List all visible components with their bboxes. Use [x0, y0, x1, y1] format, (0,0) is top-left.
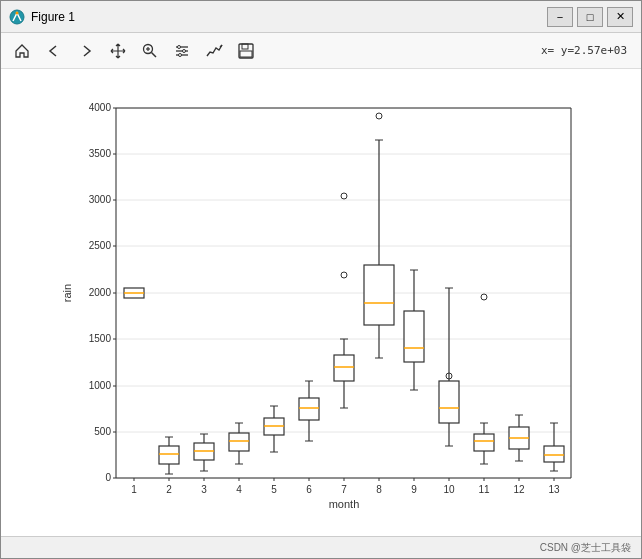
footer-bar: CSDN @芝士工具袋 [1, 536, 641, 558]
svg-line-3 [152, 52, 157, 57]
toolbar: x= y=2.57e+03 [1, 33, 641, 69]
svg-rect-113 [334, 355, 354, 381]
svg-text:7: 7 [341, 484, 347, 495]
title-bar: Figure 1 − □ ✕ [1, 1, 641, 33]
home-icon [13, 42, 31, 60]
svg-text:500: 500 [94, 426, 111, 437]
save-icon [237, 42, 255, 60]
home-button[interactable] [7, 37, 37, 65]
svg-rect-121 [364, 265, 394, 325]
plot-icon [205, 42, 223, 60]
minimize-button[interactable]: − [547, 7, 573, 27]
svg-text:0: 0 [105, 472, 111, 483]
svg-rect-154 [544, 446, 564, 462]
app-icon [9, 9, 25, 25]
svg-text:13: 13 [548, 484, 560, 495]
svg-rect-14 [242, 44, 248, 49]
forward-button[interactable] [71, 37, 101, 65]
plot-area: 0 500 1000 1500 2000 2500 3000 3500 4000… [1, 69, 641, 536]
svg-text:9: 9 [411, 484, 417, 495]
svg-text:6: 6 [306, 484, 312, 495]
svg-text:1000: 1000 [89, 380, 112, 391]
coordinates-display: x= y=2.57e+03 [541, 44, 635, 57]
svg-point-9 [178, 45, 181, 48]
svg-text:3500: 3500 [89, 148, 112, 159]
svg-rect-83 [159, 446, 179, 464]
svg-text:1: 1 [131, 484, 137, 495]
save-button[interactable] [231, 37, 261, 65]
svg-point-1 [16, 11, 19, 14]
svg-point-11 [179, 53, 182, 56]
svg-text:month: month [329, 498, 360, 510]
svg-rect-141 [474, 434, 494, 451]
svg-point-10 [183, 49, 186, 52]
title-bar-left: Figure 1 [9, 9, 75, 25]
svg-rect-15 [240, 51, 252, 57]
svg-text:10: 10 [443, 484, 455, 495]
back-button[interactable] [39, 37, 69, 65]
main-window: Figure 1 − □ ✕ [0, 0, 642, 559]
svg-text:2000: 2000 [89, 287, 112, 298]
footer-text: CSDN @芝士工具袋 [540, 541, 631, 555]
svg-text:rain: rain [61, 283, 73, 301]
svg-text:2: 2 [166, 484, 172, 495]
svg-text:12: 12 [513, 484, 525, 495]
zoom-icon [141, 42, 159, 60]
svg-text:4000: 4000 [89, 102, 112, 113]
window-title: Figure 1 [31, 10, 75, 24]
svg-text:8: 8 [376, 484, 382, 495]
forward-icon [77, 42, 95, 60]
maximize-button[interactable]: □ [577, 7, 603, 27]
svg-text:5: 5 [271, 484, 277, 495]
pan-button[interactable] [103, 37, 133, 65]
svg-text:3000: 3000 [89, 194, 112, 205]
configure-icon [173, 42, 191, 60]
svg-text:1500: 1500 [89, 333, 112, 344]
chart-svg: 0 500 1000 1500 2000 2500 3000 3500 4000… [56, 93, 586, 513]
svg-rect-107 [299, 398, 319, 420]
svg-text:3: 3 [201, 484, 207, 495]
pan-icon [109, 42, 127, 60]
back-icon [45, 42, 63, 60]
svg-rect-95 [229, 433, 249, 451]
svg-rect-134 [439, 381, 459, 423]
plot-button[interactable] [199, 37, 229, 65]
svg-text:2500: 2500 [89, 240, 112, 251]
svg-rect-128 [404, 311, 424, 362]
configure-button[interactable] [167, 37, 197, 65]
window-controls: − □ ✕ [547, 7, 633, 27]
svg-text:11: 11 [478, 484, 490, 495]
zoom-button[interactable] [135, 37, 165, 65]
svg-text:4: 4 [236, 484, 242, 495]
close-button[interactable]: ✕ [607, 7, 633, 27]
